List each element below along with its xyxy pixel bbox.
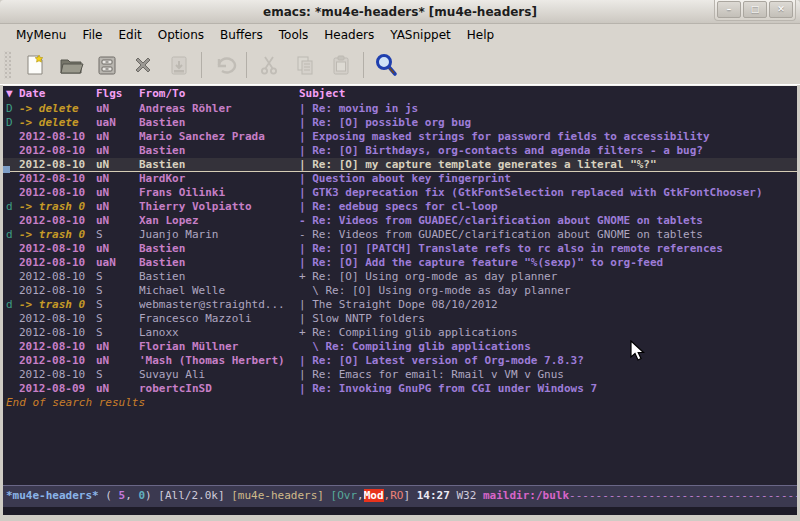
message-flags: uN [96, 130, 139, 144]
message-flags: uN [96, 144, 139, 158]
message-row[interactable]: 2012-08-10uNXan Lopez- Re: Videos from G… [3, 214, 797, 228]
open-folder-icon[interactable] [53, 50, 89, 80]
message-date: 2012-08-10 [19, 158, 96, 171]
headers-column-row[interactable]: ▼ Date Flgs From/To Subject [3, 86, 797, 102]
message-from: Bastien [139, 144, 299, 158]
message-row[interactable]: d-> trash 0Swebmaster@straightd...| The … [3, 298, 797, 312]
message-from: webmaster@straightd... [139, 298, 299, 312]
menu-item-buffers[interactable]: Buffers [212, 25, 271, 45]
message-row[interactable]: 2012-08-10uNFrans Oilinki| GTK3 deprecat… [3, 186, 797, 200]
mark-flag: d [3, 200, 19, 214]
message-subject: | Re: [O] Add the capture feature "%(sex… [299, 256, 797, 270]
message-row[interactable]: 2012-08-10uN'Mash (Thomas Herbert)| Re: … [3, 354, 797, 368]
message-subject: | Re: Invoking GnuPG from CGI under Wind… [299, 382, 797, 396]
message-subject: \ Re: [O] Using org-mode as day planner [299, 284, 797, 298]
message-row[interactable]: d-> trash 0uNThierry Volpiatto| Re: edeb… [3, 200, 797, 214]
message-from: Thierry Volpiatto [139, 200, 299, 214]
message-row[interactable]: D-> deleteuNAndreas Röhler| Re: moving i… [3, 102, 797, 116]
message-row[interactable]: 2012-08-10uaNBastien| Re: [O] Add the ca… [3, 256, 797, 270]
message-row[interactable]: 2012-08-10uNHardKor| Question about key … [3, 172, 797, 186]
paste-icon[interactable] [323, 50, 359, 80]
message-subject: - Re: Videos from GUADEC/clarification a… [299, 228, 797, 242]
column-date[interactable]: Date [19, 86, 96, 102]
modeline-segment: ----------------------------------------… [569, 489, 797, 502]
undo-icon[interactable] [206, 50, 242, 80]
message-flags: uaN [96, 116, 139, 130]
message-row[interactable]: d-> trash 0SJuanjo Marin- Re: Videos fro… [3, 228, 797, 242]
modeline-segment: *mu4e-headers* [6, 489, 99, 502]
menu-item-edit[interactable]: Edit [111, 25, 150, 45]
message-date: 2012-08-10 [19, 214, 96, 228]
toolbar-grip[interactable] [4, 51, 11, 79]
menu-item-mymenu[interactable]: MyMenu [8, 25, 74, 45]
menu-item-help[interactable]: Help [459, 25, 502, 45]
message-row[interactable]: 2012-08-10SLanoxx+ Re: Compiling glib ap… [3, 326, 797, 340]
column-subject[interactable]: Subject [299, 86, 797, 102]
message-date: 2012-08-10 [19, 368, 96, 382]
mode-line[interactable]: *mu4e-headers* ( 5, 0) [All/2.0k] [mu4e-… [3, 485, 797, 507]
message-from: Bastien [139, 116, 299, 130]
message-from: HardKor [139, 172, 299, 186]
message-row[interactable]: 2012-08-10SFrancesco Mazzoli| Slow NNTP … [3, 312, 797, 326]
message-flags: uaN [96, 256, 139, 270]
message-flags: uN [96, 214, 139, 228]
message-date: -> trash 0 [19, 298, 96, 312]
message-row[interactable]: 2012-08-10SSuvayu Ali| Re: Emacs for ema… [3, 368, 797, 382]
message-date: 2012-08-10 [19, 172, 96, 186]
menu-item-yasnippet[interactable]: YASnippet [382, 25, 459, 45]
message-row[interactable]: 2012-08-10uNBastien| Re: [O] Birthdays, … [3, 144, 797, 158]
minimize-button[interactable]: – [717, 1, 741, 18]
message-from: Lanoxx [139, 326, 299, 340]
search-icon[interactable] [368, 50, 404, 80]
message-date: 2012-08-10 [19, 354, 96, 368]
message-flags: uN [96, 340, 139, 354]
message-subject: | Question about key fingerprint [299, 172, 797, 186]
message-flags: uN [96, 172, 139, 186]
message-row[interactable]: 2012-08-10uNBastien| Re: [O] [PATCH] Tra… [3, 242, 797, 256]
mark-flag [3, 326, 19, 340]
mark-flag [3, 368, 19, 382]
column-from[interactable]: From/To [139, 86, 299, 102]
message-subject: | Exposing masked strings for password f… [299, 130, 797, 144]
menu-item-file[interactable]: File [74, 25, 110, 45]
column-flags[interactable]: Flgs [96, 86, 139, 102]
message-from: Bastien [139, 256, 299, 270]
menu-item-options[interactable]: Options [150, 25, 212, 45]
message-list: D-> deleteuNAndreas Röhler| Re: moving i… [3, 102, 797, 396]
message-row[interactable]: 2012-08-10SBastien+ Re: [O] Using org-mo… [3, 270, 797, 284]
message-row[interactable]: 2012-08-10uNBastien| Re: [O] my capture … [3, 158, 797, 172]
message-row[interactable]: 2012-08-10uNMario Sanchez Prada| Exposin… [3, 130, 797, 144]
menu-item-headers[interactable]: Headers [316, 25, 382, 45]
message-flags: S [96, 298, 139, 312]
message-subject: | Re: [O] Latest version of Org-mode 7.8… [299, 354, 797, 368]
cut-icon[interactable] [251, 50, 287, 80]
close-button[interactable]: ✕ [769, 1, 793, 18]
mark-flag [3, 172, 19, 186]
message-subject: | The Straight Dope 08/10/2012 [299, 298, 797, 312]
message-row[interactable]: 2012-08-10uNFlorian Müllner \ Re: Compil… [3, 340, 797, 354]
modeline-segment: [mu4e-headers] [231, 489, 330, 502]
maximize-button[interactable]: □ [743, 1, 767, 18]
message-date: 2012-08-10 [19, 186, 96, 200]
title-bar[interactable]: emacs: *mu4e-headers* [mu4e-headers] – □… [0, 0, 800, 24]
message-date: 2012-08-10 [19, 270, 96, 284]
save-as-icon[interactable] [161, 50, 197, 80]
message-subject: | Re: edebug specs for cl-loop [299, 200, 797, 214]
message-date: -> delete [19, 116, 96, 130]
message-row[interactable]: D-> deleteuaNBastien| Re: [O] possible o… [3, 116, 797, 130]
emacs-window: emacs: *mu4e-headers* [mu4e-headers] – □… [0, 0, 800, 521]
mark-flag [3, 354, 19, 368]
message-row[interactable]: 2012-08-10SMichael Welle \ Re: [O] Using… [3, 284, 797, 298]
sort-direction-icon[interactable]: ▼ [3, 86, 19, 102]
copy-icon[interactable] [287, 50, 323, 80]
message-row[interactable]: 2012-08-09uNrobertcInSD| Re: Invoking Gn… [3, 382, 797, 396]
close-buffer-icon[interactable] [125, 50, 161, 80]
mu4e-headers-buffer[interactable]: ▼ Date Flgs From/To Subject D-> deleteuN… [3, 85, 797, 485]
save-icon[interactable] [89, 50, 125, 80]
new-file-icon[interactable] [17, 50, 53, 80]
echo-area[interactable] [3, 507, 797, 515]
message-from: Suvayu Ali [139, 368, 299, 382]
menu-item-tools[interactable]: Tools [271, 25, 317, 45]
message-flags: uN [96, 186, 139, 200]
modeline-segment: , [357, 489, 364, 502]
